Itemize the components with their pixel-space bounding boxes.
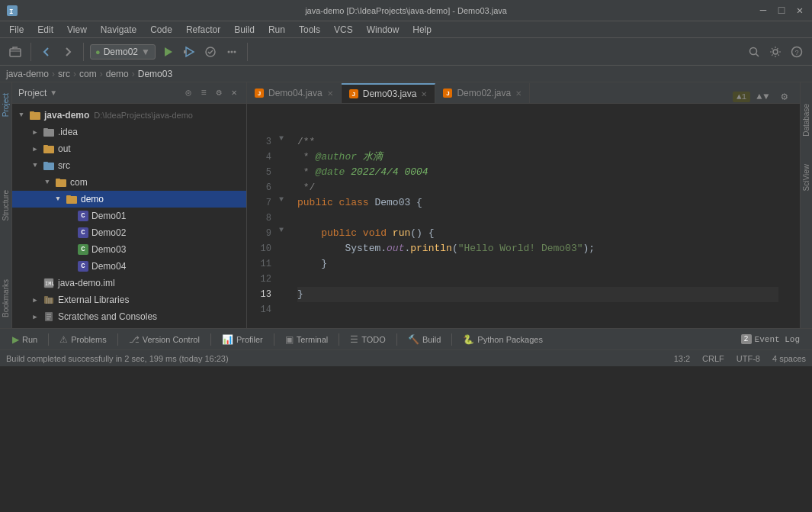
tree-item-root[interactable]: ▼ java-demo D:\IdeaProjects\java-demo	[12, 107, 246, 124]
tree-item-demo04[interactable]: ▶ C Demo04	[12, 258, 246, 275]
menu-edit[interactable]: Edit	[31, 23, 59, 37]
database-panel-label[interactable]: Database	[799, 98, 812, 143]
tab-close-demo03[interactable]: ✕	[421, 90, 427, 98]
tree-label-demo: demo	[81, 194, 104, 204]
run-tool-button[interactable]: ▶ Run	[6, 333, 43, 346]
sidebar-collapse-icon[interactable]: ≡	[197, 87, 210, 99]
tree-label-out: out	[58, 143, 71, 154]
breadcrumb-item-3[interactable]: demo	[106, 69, 129, 79]
tab-demo04[interactable]: J Demo04.java ✕	[247, 83, 342, 103]
terminal-button[interactable]: ▣ Terminal	[279, 333, 335, 346]
error-badge[interactable]: ▲1	[733, 92, 750, 102]
todo-button[interactable]: ☰ TODO	[344, 333, 392, 346]
menu-run[interactable]: Run	[262, 23, 291, 37]
tab-close-demo02[interactable]: ✕	[515, 89, 522, 98]
search-everywhere-button[interactable]	[745, 43, 763, 61]
menu-navigate[interactable]: Navigate	[95, 23, 143, 37]
tree-item-demo03[interactable]: ▶ C Demo03	[12, 241, 246, 258]
tree-item-demo02[interactable]: ▶ C Demo02	[12, 224, 246, 241]
breadcrumb-item-1[interactable]: src	[58, 69, 70, 79]
forward-button[interactable]	[59, 43, 77, 61]
comment-star-2: *	[297, 165, 315, 180]
project-panel-label[interactable]: Project	[0, 87, 13, 123]
toolbar-sep1	[30, 43, 31, 61]
menu-file[interactable]: File	[3, 23, 30, 37]
tree-item-src[interactable]: ▼ src	[12, 157, 246, 174]
tree-arrow-demo: ▼	[52, 193, 64, 205]
sidebar-dropdown-icon[interactable]: ▼	[50, 89, 57, 97]
tab-close-demo04[interactable]: ✕	[327, 89, 333, 98]
svg-text:?: ?	[795, 50, 799, 57]
app-icon: I	[6, 5, 18, 17]
version-control-button[interactable]: ⎇ Version Control	[123, 333, 206, 346]
menu-tools[interactable]: Tools	[293, 23, 326, 37]
menu-window[interactable]: Window	[361, 23, 406, 37]
tree-item-idea[interactable]: ▶ .idea	[12, 124, 246, 140]
indent-size[interactable]: 4 spaces	[772, 354, 806, 363]
tree-item-iml[interactable]: ▶ IML java-demo.iml	[12, 275, 246, 291]
bookmarks-panel-label[interactable]: Bookmarks	[0, 273, 13, 324]
tab-settings-button[interactable]: ⚙	[775, 90, 794, 103]
sciview-panel-label[interactable]: SciView	[799, 158, 812, 197]
python-packages-button[interactable]: 🐍 Python Packages	[457, 333, 549, 346]
structure-panel-label[interactable]: Structure	[0, 184, 13, 227]
tree-item-com[interactable]: ▼ com	[12, 174, 246, 191]
tree-item-demo[interactable]: ▼ demo	[12, 191, 246, 208]
tree-label-demo01: Demo01	[91, 211, 126, 221]
debug-button[interactable]	[180, 43, 198, 61]
run-button[interactable]	[159, 43, 177, 61]
tree-item-demo01[interactable]: ▶ C Demo01	[12, 208, 246, 224]
fold-arrow-method[interactable]: ▼	[279, 226, 284, 234]
svg-point-9	[233, 50, 236, 53]
sidebar-settings-icon[interactable]: ⚙	[213, 87, 225, 99]
profiler-button[interactable]: 📊 Profiler	[216, 333, 269, 346]
cursor-position[interactable]: 13:2	[674, 354, 690, 363]
menu-vcs[interactable]: VCS	[328, 23, 359, 37]
tree-sublabel-root: D:\IdeaProjects\java-demo	[94, 111, 193, 120]
breadcrumb-item-0[interactable]: java-demo	[6, 69, 49, 79]
menu-refactor[interactable]: Refactor	[180, 23, 226, 37]
line-ending[interactable]: CRLF	[702, 354, 724, 363]
javadoc-tag-date: @date	[315, 165, 345, 180]
settings-button[interactable]	[766, 43, 785, 61]
tree-item-scratches[interactable]: ▶ Scratches and Consoles	[12, 308, 246, 325]
more-run-button[interactable]	[223, 43, 241, 61]
menu-view[interactable]: View	[61, 23, 93, 37]
run-config-dropdown[interactable]: ● Demo02 ▼	[90, 44, 156, 60]
menu-code[interactable]: Code	[144, 23, 178, 37]
svg-point-8	[230, 50, 233, 53]
sidebar-locate-icon[interactable]: ◎	[182, 87, 194, 99]
charset[interactable]: UTF-8	[737, 354, 760, 363]
tree-item-out[interactable]: ▶ out	[12, 140, 246, 157]
code-line-14	[297, 302, 778, 317]
bottom-sep1	[48, 333, 49, 346]
menu-build[interactable]: Build	[228, 23, 261, 37]
breadcrumb-item-4[interactable]: Demo03	[138, 69, 172, 79]
svg-rect-24	[56, 179, 60, 181]
back-button[interactable]	[37, 43, 56, 61]
event-log-button[interactable]: 2 Event Log	[735, 333, 806, 346]
open-project-button[interactable]	[6, 43, 24, 61]
coverage-button[interactable]	[201, 43, 220, 61]
minimize-button[interactable]: ─	[757, 5, 769, 17]
fold-arrow-javadoc[interactable]: ▼	[279, 134, 284, 143]
fold-arrow-class[interactable]: ▼	[279, 195, 284, 204]
tab-nav-up[interactable]: ▲	[756, 92, 762, 102]
build-button[interactable]: 🔨 Build	[402, 333, 447, 346]
problems-button[interactable]: ⚠ Problems	[53, 333, 112, 346]
maximize-button[interactable]: □	[775, 5, 788, 17]
code-content[interactable]: /** * @author 水滴 * @date 2022/4/4 0004 *…	[291, 104, 785, 328]
tab-demo03[interactable]: J Demo03.java ✕	[342, 83, 436, 103]
error-badge-text: ▲1	[737, 92, 746, 101]
menu-help[interactable]: Help	[406, 23, 438, 37]
breadcrumb-bar: java-demo › src › com › demo › Demo03	[0, 66, 812, 82]
breadcrumb-item-2[interactable]: com	[79, 69, 97, 79]
close-button[interactable]: ✕	[794, 5, 806, 17]
profiler-label: Profiler	[236, 335, 263, 344]
tree-item-ext-lib[interactable]: ▶ External Libraries	[12, 291, 246, 308]
sidebar-hide-icon[interactable]: ✕	[228, 87, 240, 99]
help-button[interactable]: ?	[788, 43, 806, 61]
svg-rect-5	[184, 50, 186, 53]
tab-nav-down[interactable]: ▼	[763, 92, 769, 102]
tab-demo02[interactable]: J Demo02.java ✕	[435, 83, 530, 103]
